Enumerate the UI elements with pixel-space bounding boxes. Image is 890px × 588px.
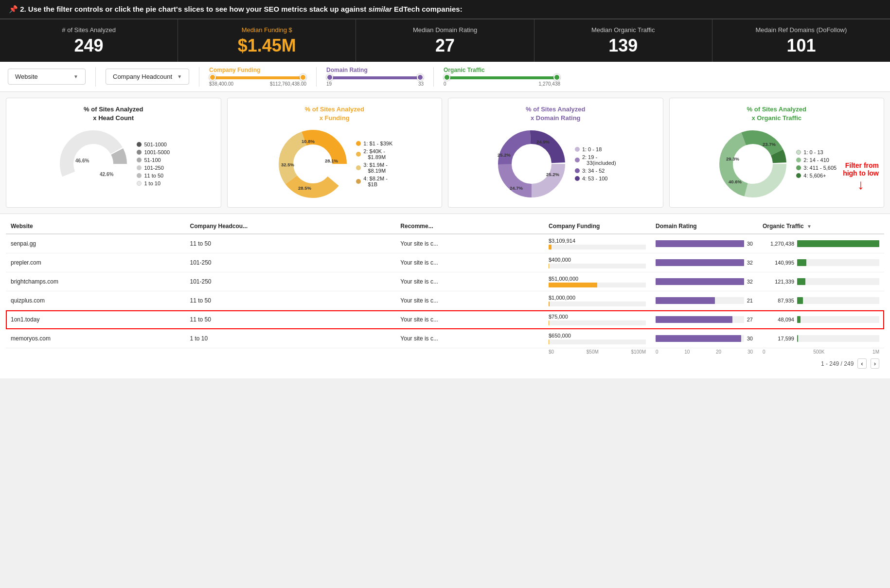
chart-headcount-title-line1: % of Sites Analyzed: [84, 106, 143, 113]
cell-funding: $3,109,914: [544, 234, 651, 253]
headcount-dropdown[interactable]: Company Headcount ▼: [106, 69, 189, 85]
cell-headcount: 101-250: [185, 272, 395, 291]
legend-label-1: 1 to 10: [144, 180, 160, 186]
funding-min-label: $38,400.00: [209, 81, 233, 87]
funding-slider-thumb-left[interactable]: [209, 74, 216, 81]
cell-recommend: Your site is c...: [395, 272, 544, 291]
funding-max-label: $112,760,438.00: [270, 81, 306, 87]
traffic-min-label: 0: [444, 81, 446, 87]
cell-funding: $51,000,000: [544, 272, 651, 291]
chart-headcount-inner: 46.6% 42.6% 501-1000 1001-5000 51-100: [13, 127, 214, 200]
filter-divider-3: [316, 67, 317, 87]
legend-label-f1: 1: $1 - $39K: [363, 141, 392, 146]
domain-slider-thumb-left[interactable]: [326, 74, 333, 81]
svg-text:24.9%: 24.9%: [536, 139, 550, 144]
funding-donut-svg[interactable]: 10.8% 28.1% 28.5% 32.5%: [276, 127, 349, 200]
traffic-slider-track[interactable]: [444, 76, 560, 79]
cell-website: memoryos.com: [6, 329, 185, 348]
stat-label-ref: Medain Ref Domains (DoFollow): [722, 26, 880, 34]
domain-legend: 1: 0 - 18 2: 19 - 33(included) 3: 34 - 5…: [575, 146, 616, 181]
legend-item-d1: 1: 0 - 18: [575, 146, 616, 152]
col-label-domain: Domain Rating: [656, 223, 697, 230]
legend-label-d4: 4: 53 - 100: [582, 176, 608, 181]
stat-card-sites: # of Sites Analyzed 249: [0, 19, 178, 62]
instruction-bar: 📌 2. Use the filter controls or click th…: [0, 0, 890, 19]
domain-slider-thumb-right[interactable]: [417, 74, 424, 81]
domain-donut-svg[interactable]: 24.9% 25.2% 24.7% 25.2%: [495, 127, 568, 200]
legend-dot-t3: [796, 165, 801, 170]
legend-dot-f2: [356, 152, 361, 157]
domain-axis-10: 10: [684, 349, 690, 355]
instruction-number: 2.: [20, 5, 26, 13]
legend-dot-f1: [356, 141, 361, 146]
cell-traffic: 87,935: [758, 291, 884, 310]
funding-slider-fill: [209, 76, 306, 79]
cell-domain: 27: [651, 310, 758, 329]
stat-value-funding: $1.45M: [188, 36, 346, 56]
funding-slider-thumb-right[interactable]: [300, 74, 306, 81]
instruction-italic: similar: [369, 5, 392, 13]
domain-slider-group: Domain Rating 19 33: [326, 67, 424, 87]
website-dropdown[interactable]: Website ▼: [8, 69, 86, 85]
stat-label-sites: # of Sites Analyzed: [10, 26, 168, 34]
legend-label-t4: 4: 5,606+: [803, 173, 826, 178]
traffic-slider-thumb-right[interactable]: [553, 74, 560, 81]
chart-traffic-title-line1: % of Sites Analyzed: [747, 106, 806, 113]
cell-traffic: 48,094: [758, 310, 884, 329]
domain-slider-track[interactable]: [326, 76, 424, 79]
cell-domain: 21: [651, 291, 758, 310]
table-row: memoryos.com1 to 10Your site is c...$650…: [6, 329, 884, 348]
cell-website: senpai.gg: [6, 234, 185, 253]
chart-headcount-title-line2: x Head Count: [93, 114, 134, 122]
instruction-text2: EdTech companies:: [394, 5, 463, 13]
legend-dot-101: [137, 165, 142, 170]
table-row: quizplus.com11 to 50Your site is c...$1,…: [6, 291, 884, 310]
svg-text:10.8%: 10.8%: [302, 139, 315, 144]
legend-label-f4: 4: $8.2M - $1B: [363, 176, 388, 187]
stat-value-traffic: 139: [544, 36, 702, 56]
legend-item-51: 51-100: [137, 157, 170, 163]
cell-funding: $1,000,000: [544, 291, 651, 310]
funding-slider-track[interactable]: [209, 76, 306, 79]
chart-traffic: % of Sites Analyzed x Organic Traffic 29…: [669, 98, 885, 208]
cell-headcount: 11 to 50: [185, 291, 395, 310]
main-container: 📌 2. Use the filter controls or click th…: [0, 0, 890, 378]
filter-row: Website ▼ Company Headcount ▼ Company Fu…: [0, 62, 890, 92]
table-section: Website Company Headcou... Recomme... Co…: [0, 214, 890, 378]
headcount-donut-svg[interactable]: 46.6% 42.6%: [57, 127, 130, 200]
traffic-slider-thumb-left[interactable]: [444, 74, 450, 81]
legend-item-11: 11 to 50: [137, 173, 170, 178]
traffic-legend: 1: 0 - 13 2: 14 - 410 3: 411 - 5,605 4: …: [796, 149, 837, 178]
col-header-traffic[interactable]: Organic Traffic ▼: [758, 219, 884, 234]
filter-annotation: Filter fromhigh to low ↓: [843, 161, 879, 193]
stat-value-domain: 27: [366, 36, 524, 56]
stat-card-domain: Median Domain Rating 27: [356, 19, 534, 62]
legend-item-d4: 4: 53 - 100: [575, 176, 616, 181]
traffic-slider-label: Organic Traffic: [444, 67, 560, 73]
legend-dot-f4: [356, 179, 361, 184]
prev-page-button[interactable]: ‹: [857, 358, 866, 369]
col-label-traffic: Organic Traffic: [763, 223, 804, 230]
legend-label-d3: 3: 34 - 52: [582, 168, 605, 174]
col-label-website: Website: [11, 223, 33, 230]
traffic-donut-svg[interactable]: 29.3% 40.6% 23.7%: [716, 127, 789, 200]
legend-dot-d3: [575, 168, 580, 173]
pin-emoji: 📌: [9, 5, 18, 13]
stat-label-funding: Median Funding $: [188, 26, 346, 34]
cell-domain: 32: [651, 253, 758, 272]
next-page-button[interactable]: ›: [871, 358, 879, 369]
legend-dot-d1: [575, 147, 580, 152]
legend-item-t4: 4: 5,606+: [796, 173, 837, 178]
stat-card-ref: Medain Ref Domains (DoFollow) 101: [712, 19, 890, 62]
legend-label-d2: 2: 19 - 33(included): [582, 154, 616, 166]
cell-website: brightchamps.com: [6, 272, 185, 291]
svg-text:29.3%: 29.3%: [726, 156, 739, 161]
legend-item-f3: 3: $1.9M - $8.19M: [356, 162, 392, 174]
svg-text:32.5%: 32.5%: [281, 162, 294, 167]
chart-domain-title: % of Sites Analyzed x Domain Rating: [455, 105, 656, 123]
stats-row: # of Sites Analyzed 249 Median Funding $…: [0, 19, 890, 62]
website-dropdown-label: Website: [15, 73, 38, 80]
cell-website: prepler.com: [6, 253, 185, 272]
cell-funding: $650,000: [544, 329, 651, 348]
legend-label-f3: 3: $1.9M - $8.19M: [363, 162, 388, 174]
